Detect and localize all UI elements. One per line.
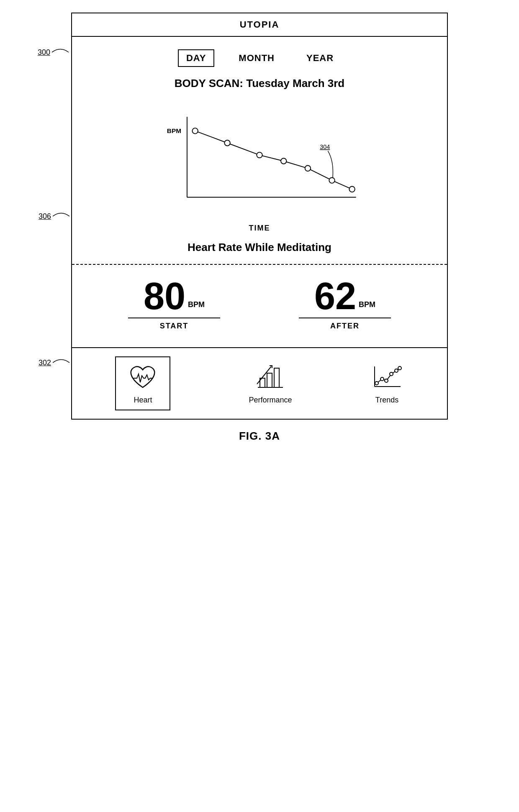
svg-point-4 (224, 140, 230, 146)
svg-point-23 (398, 366, 401, 370)
bpm-after-line (299, 318, 391, 318)
nav-performance-label: Performance (249, 396, 292, 405)
app-bar: UTOPIA (71, 13, 448, 37)
trends-icon (370, 362, 404, 392)
heart-rate-title: Heart Rate While Meditating (89, 241, 430, 254)
ref-300: 300 (38, 46, 69, 59)
main-content: DAY MONTH YEAR BODY SCAN: Tuesday March … (71, 37, 448, 348)
time-option-year[interactable]: YEAR (299, 50, 341, 66)
bpm-after-unit: BPM (359, 300, 375, 309)
bpm-after-block: 62 BPM AFTER (299, 277, 391, 330)
ref-306-curve (53, 210, 69, 223)
svg-point-5 (257, 152, 262, 158)
svg-line-15 (257, 366, 271, 384)
svg-point-21 (390, 372, 393, 376)
bpm-start-unit: BPM (188, 300, 205, 309)
svg-point-18 (375, 382, 378, 385)
bpm-after-number: 62 (314, 277, 356, 315)
svg-text:304: 304 (320, 143, 330, 150)
svg-point-7 (305, 166, 311, 171)
svg-point-22 (395, 369, 398, 372)
bpm-start-value-row: 80 BPM (144, 277, 205, 315)
body-scan-title: BODY SCAN: Tuesday March 3rd (89, 77, 430, 90)
chart-container: BPM 304 (89, 102, 430, 220)
bpm-start-label: START (160, 322, 189, 330)
ref-300-curve (52, 46, 69, 59)
time-selector: DAY MONTH YEAR (89, 49, 430, 67)
time-option-day[interactable]: DAY (178, 49, 214, 67)
svg-point-19 (380, 377, 384, 381)
ref-302-number: 302 (39, 359, 51, 367)
svg-rect-14 (274, 368, 279, 387)
nav-heart-label: Heart (134, 396, 152, 405)
bpm-chart: BPM 304 (155, 102, 364, 220)
bpm-start-block: 80 BPM START (128, 277, 220, 330)
bpm-start-line (128, 318, 220, 318)
bottom-nav: 302 Heart (71, 348, 448, 420)
bpm-stats: 80 BPM START 62 BPM AFTER (89, 277, 430, 339)
chart-x-label: TIME (89, 224, 430, 233)
ref-302: 302 (39, 356, 69, 369)
heart-icon (126, 362, 159, 392)
svg-point-9 (349, 187, 355, 192)
ref-300-number: 300 (38, 48, 50, 57)
svg-text:BPM: BPM (167, 127, 181, 134)
svg-point-20 (385, 379, 388, 382)
bpm-start-number: 80 (144, 277, 185, 315)
nav-item-heart[interactable]: Heart (115, 356, 170, 410)
outer-container: UTOPIA 300 DAY MONTH YEAR BODY SCAN: Tue… (71, 13, 448, 420)
ref-306-number: 306 (39, 212, 51, 221)
svg-point-8 (329, 177, 334, 183)
nav-item-trends[interactable]: Trends (370, 362, 404, 405)
svg-point-3 (192, 128, 198, 133)
ref-306: 306 (39, 210, 69, 223)
app-title: UTOPIA (240, 19, 280, 30)
bpm-after-label: AFTER (330, 322, 360, 330)
ref-302-curve (53, 356, 69, 369)
nav-trends-label: Trends (375, 396, 398, 405)
time-option-month[interactable]: MONTH (231, 50, 282, 66)
nav-item-performance[interactable]: Performance (249, 362, 292, 405)
dotted-separator (72, 264, 447, 265)
svg-point-6 (281, 158, 286, 164)
fig-label: FIG. 3A (239, 430, 280, 443)
svg-rect-13 (267, 373, 272, 387)
bpm-after-value-row: 62 BPM (314, 277, 375, 315)
performance-icon (254, 362, 287, 392)
